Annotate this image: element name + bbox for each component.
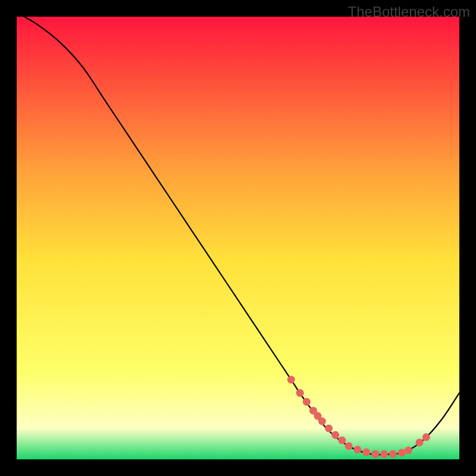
curve-marker xyxy=(371,450,379,458)
curve-marker xyxy=(362,449,370,456)
curve-marker xyxy=(398,449,406,456)
curve-marker xyxy=(345,442,353,450)
curve-marker xyxy=(296,389,304,397)
curve-marker xyxy=(318,418,326,425)
curve-marker xyxy=(303,398,311,406)
curve-marker xyxy=(338,437,346,444)
gradient-background xyxy=(17,17,459,459)
curve-marker xyxy=(353,446,361,453)
curve-marker xyxy=(405,447,412,455)
curve-marker xyxy=(389,450,397,458)
curve-marker xyxy=(380,450,388,458)
curve-marker xyxy=(325,424,333,432)
chart-svg xyxy=(17,17,459,459)
chart-frame: TheBottleneck.com xyxy=(0,0,476,476)
plot-area xyxy=(17,17,459,459)
curve-marker xyxy=(416,439,424,446)
curve-marker xyxy=(287,376,295,384)
curve-marker xyxy=(331,431,339,439)
curve-marker xyxy=(422,433,430,441)
